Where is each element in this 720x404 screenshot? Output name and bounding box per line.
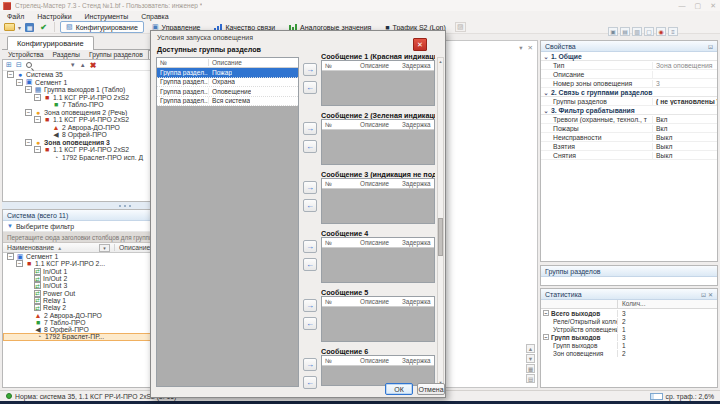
open-dropdown-icon[interactable]: ▾ <box>18 24 21 31</box>
panel-close-icon[interactable]: ✕ <box>528 44 533 52</box>
property-value[interactable]: 3 <box>653 80 717 87</box>
property-value[interactable]: ( не установлены ) <box>653 98 717 105</box>
add-to-message-button[interactable]: → <box>303 358 317 371</box>
view-down-button[interactable]: ▼ <box>526 354 535 363</box>
column-name[interactable]: Наименование▲ <box>3 244 99 251</box>
add-item-icon[interactable]: ⊞ <box>6 61 12 69</box>
add-to-message-button[interactable]: → <box>303 63 317 76</box>
dock-icon-3[interactable]: ▥ <box>632 27 642 36</box>
property-row[interactable]: Номер зоны оповещения3 <box>541 79 717 88</box>
cancel-button[interactable]: Отмена <box>417 383 445 395</box>
property-row[interactable]: СнятияВыкл <box>541 151 717 160</box>
property-value[interactable]: Выкл <box>653 143 717 150</box>
search-icon[interactable] <box>26 62 32 68</box>
pin-icon[interactable]: ⊡ <box>708 43 713 50</box>
remove-from-message-button[interactable]: ← <box>303 199 317 212</box>
ok-button[interactable]: ОК <box>385 383 413 395</box>
statistics-row: −Групп выходов3 <box>541 333 717 341</box>
group-row[interactable]: Группа раздел...Пожар <box>157 68 298 78</box>
add-to-message-button[interactable]: → <box>303 181 317 194</box>
add-to-message-button[interactable]: → <box>303 299 317 312</box>
expand-icon[interactable]: − <box>7 71 14 78</box>
group-row[interactable]: Группа раздел...Охрана <box>157 78 298 88</box>
toolbar-button-config-icon[interactable]: ▧Конфигурирование <box>60 21 144 33</box>
remove-from-message-button[interactable]: ← <box>303 258 317 271</box>
expand-icon[interactable]: − <box>25 86 32 93</box>
property-row[interactable]: Тревоги (охранные, технол., тВкл <box>541 115 717 124</box>
open-file-icon[interactable] <box>4 22 15 32</box>
expand-icon[interactable]: − <box>543 310 549 316</box>
close-button[interactable]: ✕ <box>710 0 716 11</box>
add-to-message-button[interactable]: → <box>303 240 317 253</box>
property-value[interactable]: Выкл <box>653 134 717 141</box>
maximize-button[interactable]: ▢ <box>695 0 702 11</box>
tab-configuration[interactable]: Конфигурирование <box>7 36 94 50</box>
property-category[interactable]: ⌄2. Связь с группами разделов <box>541 88 717 97</box>
menu-item-Справка[interactable]: Справка <box>141 13 168 20</box>
tree-item-label: 1.1 КСГ РР-И-ПРО 2xS2 <box>53 146 129 153</box>
orfey-icon: ◀ <box>34 326 42 333</box>
message-table: №ОписаниеЗадержка <box>321 119 435 165</box>
toolbar-button-label: Конфигурирование <box>76 24 138 31</box>
dock-icon-1[interactable]: ▣ <box>608 27 618 36</box>
expand-icon[interactable]: − <box>16 260 23 267</box>
remove-from-message-button[interactable]: ← <box>303 140 317 153</box>
menu-item-Файл[interactable]: Файл <box>7 13 24 20</box>
remove-from-message-button[interactable]: ← <box>303 81 317 94</box>
property-value[interactable]: Вкл <box>653 125 717 132</box>
delete-icon[interactable]: ✖ <box>90 61 97 70</box>
expand-icon[interactable]: − <box>16 79 23 86</box>
scroll-up-icon[interactable]: ▲ <box>438 59 443 64</box>
dialog-close-button[interactable]: ✕ <box>413 38 427 51</box>
property-row[interactable]: Группы разделов( не установлены ) <box>541 97 717 106</box>
property-row[interactable]: НеисправностиВыкл <box>541 133 717 142</box>
stats-close-icon[interactable]: ✕ <box>708 292 713 298</box>
dock-icon-2[interactable]: ▤ <box>620 27 630 36</box>
property-value[interactable]: Зона оповещения <box>653 62 717 69</box>
expand-icon[interactable]: − <box>34 116 41 123</box>
property-value[interactable]: Вкл <box>653 116 717 123</box>
expand-icon[interactable]: − <box>25 109 32 116</box>
expand-icon[interactable]: − <box>543 334 549 340</box>
property-row[interactable]: ТипЗона оповещения <box>541 61 717 70</box>
add-to-message-button[interactable]: → <box>303 122 317 135</box>
group-row[interactable]: Группа раздел...Вся система <box>157 97 298 107</box>
remove-from-message-button[interactable]: ← <box>303 376 317 389</box>
view-grid-button[interactable]: ▦ <box>526 364 535 373</box>
group-row[interactable]: Группа раздел...Оповещение <box>157 87 298 97</box>
move-up-icon[interactable]: ▲ <box>80 62 86 68</box>
save-icon[interactable]: ▦ <box>24 22 35 32</box>
remove-from-message-button[interactable]: ← <box>303 317 317 330</box>
property-row[interactable]: Описание <box>541 70 717 79</box>
expand-icon[interactable]: − <box>34 146 41 153</box>
dock-icon-4[interactable]: ▢ <box>644 27 654 36</box>
expand-icon[interactable]: − <box>7 253 14 260</box>
subtab-Устройства[interactable]: Устройства <box>4 50 48 59</box>
messages-scrollbar[interactable]: ▲ ▼ <box>437 57 444 387</box>
view-list-button[interactable]: ▤ <box>526 374 535 383</box>
view-up-button[interactable]: ▲ <box>526 344 535 353</box>
property-category[interactable]: ⌄1. Общие <box>541 52 717 61</box>
expand-icon[interactable]: − <box>34 94 41 101</box>
scroll-thumb[interactable] <box>438 218 443 256</box>
property-value[interactable]: Выкл <box>653 152 717 159</box>
subtab-Разделы[interactable]: Разделы <box>49 50 84 59</box>
dock-menu-icon[interactable]: ≡ <box>668 27 678 36</box>
column-filter-dropdown[interactable]: ▾ <box>99 244 110 252</box>
minimize-button[interactable]: — <box>679 0 686 11</box>
apply-check-icon[interactable]: ✔ <box>38 22 49 32</box>
stats-pin-icon[interactable]: ⊡ <box>701 292 706 298</box>
menu-item-Инструменты[interactable]: Инструменты <box>85 13 129 20</box>
property-category[interactable]: ⌄3. Фильтр срабатывания <box>541 106 717 115</box>
device-red-icon: ■ <box>25 260 33 267</box>
extra-toolbar-icon[interactable]: ▨ <box>455 22 466 32</box>
property-row[interactable]: ВзятияВыкл <box>541 142 717 151</box>
panel-collapse-icon[interactable]: ▾ <box>519 44 522 52</box>
move-down-icon[interactable]: ▼ <box>70 62 76 68</box>
expand-icon[interactable]: − <box>25 139 32 146</box>
dock-close-icon[interactable]: ◉ <box>656 27 666 36</box>
subtab-Группы разделов[interactable]: Группы разделов <box>85 50 147 59</box>
menu-item-Настройки[interactable]: Настройки <box>37 13 71 20</box>
property-row[interactable]: ПожарыВкл <box>541 124 717 133</box>
collapse-all-icon[interactable]: ⊟ <box>16 61 22 69</box>
